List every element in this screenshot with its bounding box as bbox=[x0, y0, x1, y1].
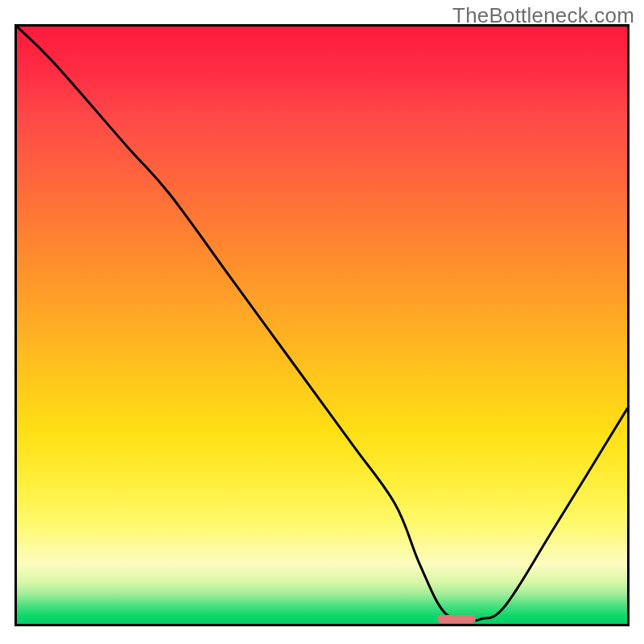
watermark-text: TheBottleneck.com bbox=[452, 3, 634, 28]
bottleneck-curve bbox=[17, 27, 627, 624]
optimal-marker bbox=[437, 615, 476, 623]
chart-frame: TheBottleneck.com bbox=[0, 0, 644, 644]
plot-area bbox=[14, 24, 630, 626]
